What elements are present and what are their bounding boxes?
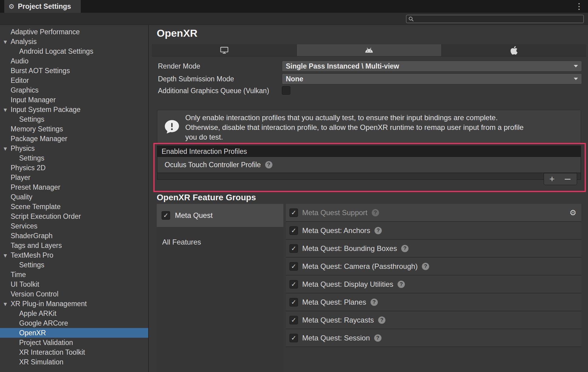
sidebar-item-version-control[interactable]: Version Control [0,289,148,299]
remove-profile-button[interactable]: − [564,174,571,184]
foldout-triangle-icon[interactable]: ▼ [4,144,7,154]
sidebar-item-shadergraph[interactable]: ShaderGraph [0,231,148,241]
feature-label: Meta Quest: Anchors [302,226,370,235]
sidebar-item-label: Settings [19,153,44,163]
sidebar-item-package-manager[interactable]: Package Manager [0,134,148,144]
sidebar-item-input-manager[interactable]: Input Manager [0,95,148,105]
sidebar-list: Adaptive Performance▼AnalysisAndroid Log… [0,25,148,372]
render-mode-value: Single Pass Instanced \ Multi-view [286,62,399,70]
sidebar-item-graphics[interactable]: Graphics [0,85,148,95]
project-settings-window: ⚙ Project Settings ⋮ Adaptive Performanc… [0,0,588,372]
feature-checkbox[interactable] [289,334,298,342]
sidebar-item-label: XR Interaction Toolkit [19,347,85,357]
platform-tab-standalone[interactable] [152,44,297,56]
sidebar-item-analysis[interactable]: ▼Analysis [0,37,148,46]
sidebar-item-textmesh-pro[interactable]: ▼TextMesh Pro [0,250,148,260]
sidebar-item-script-execution-order[interactable]: Script Execution Order [0,211,148,221]
interaction-profiles-list-bottom [157,173,581,180]
sidebar-item-settings[interactable]: Settings [0,153,148,163]
sidebar-item-time[interactable]: Time [0,270,148,279]
info-icon [163,119,180,136]
sidebar-item-google-arcore[interactable]: Google ARCore [0,318,148,328]
graphics-queue-label: Additional Graphics Queue (Vulkan) [158,86,269,96]
render-mode-dropdown[interactable]: Single Pass Instanced \ Multi-view [282,61,582,72]
sidebar-item-memory-settings[interactable]: Memory Settings [0,124,148,134]
feature-row-meta-quest-camera-passthrough: Meta Quest: Camera (Passthrough) [286,258,581,276]
sidebar-item-xr-simulation[interactable]: XR Simulation [0,357,148,367]
interaction-profile-row[interactable]: Oculus Touch Controller Profile [157,157,581,173]
sidebar-item-physics-2d[interactable]: Physics 2D [0,163,148,173]
kebab-menu-icon[interactable]: ⋮ [575,1,583,12]
sidebar-item-input-system-package[interactable]: ▼Input System Package [0,105,148,114]
help-icon[interactable] [371,299,378,306]
foldout-triangle-icon[interactable]: ▼ [4,299,7,309]
sidebar-item-adaptive-performance[interactable]: Adaptive Performance [0,27,148,37]
help-icon[interactable] [372,209,379,216]
feature-checkbox[interactable] [289,262,298,271]
sidebar-item-ui-toolkit[interactable]: UI Toolkit [0,279,148,289]
sidebar-item-preset-manager[interactable]: Preset Manager [0,182,148,192]
help-icon[interactable] [374,227,382,234]
dropdown-arrow-icon [574,65,578,67]
sidebar-item-scene-template[interactable]: Scene Template [0,202,148,211]
gear-icon: ⚙ [9,3,15,10]
help-icon[interactable] [398,281,405,288]
foldout-triangle-icon[interactable]: ▼ [4,105,7,115]
feature-row-meta-quest-raycasts: Meta Quest: Raycasts [286,311,581,329]
sidebar-item-project-validation[interactable]: Project Validation [0,338,148,347]
sidebar-item-label: Memory Settings [11,124,63,134]
foldout-triangle-icon[interactable]: ▼ [4,37,7,47]
sidebar-item-quality[interactable]: Quality [0,192,148,202]
sidebar-item-xr-plug-in-management[interactable]: ▼XR Plug-in Management [0,299,148,309]
sidebar-item-label: Graphics [11,85,39,95]
sidebar-item-audio[interactable]: Audio [0,56,148,66]
page-title: OpenXR [157,27,197,39]
feature-checkbox[interactable] [289,226,298,235]
sidebar-item-tags-and-layers[interactable]: Tags and Layers [0,241,148,250]
feature-list: Meta Quest Support⚙Meta Quest: AnchorsMe… [286,204,581,347]
search-input[interactable] [414,15,583,23]
sidebar-item-services[interactable]: Services [0,221,148,231]
help-icon[interactable] [401,245,409,252]
feature-checkbox[interactable] [289,298,298,306]
sidebar-item-label: UI Toolkit [11,279,39,289]
sidebar-item-label: Editor [11,76,29,85]
feature-group-meta-quest[interactable]: Meta Quest [157,204,283,227]
sidebar-item-settings[interactable]: Settings [0,114,148,124]
feature-group-label: Meta Quest [175,211,213,220]
sidebar-item-burst-aot-settings[interactable]: Burst AOT Settings [0,66,148,76]
project-settings-tab[interactable]: ⚙ Project Settings [4,0,81,13]
help-icon[interactable] [374,334,381,342]
all-features-item[interactable]: All Features [157,236,283,248]
feature-checkbox[interactable] [289,280,298,289]
render-mode-label: Render Mode [158,61,200,72]
feature-checkbox[interactable] [289,244,298,253]
feature-checkbox[interactable] [289,208,298,217]
help-icon[interactable] [378,316,385,324]
platform-tab-android[interactable] [297,44,442,56]
toolbar [0,13,588,25]
platform-tab-ios[interactable] [442,44,586,56]
feature-label: Meta Quest: Raycasts [302,316,374,324]
depth-submission-dropdown[interactable]: None [282,73,582,84]
sidebar-item-label: Tags and Layers [11,241,62,250]
help-icon[interactable] [422,263,429,270]
sidebar-item-apple-arkit[interactable]: Apple ARKit [0,309,148,318]
feature-checkbox[interactable] [289,316,298,324]
feature-group-checkbox[interactable] [162,211,170,220]
sidebar-item-player[interactable]: Player [0,173,148,182]
search-box[interactable] [406,15,584,23]
help-icon[interactable] [265,161,272,168]
sidebar-item-physics[interactable]: ▼Physics [0,144,148,153]
graphics-queue-checkbox[interactable] [282,86,290,95]
sidebar-item-openxr[interactable]: OpenXR [0,328,148,338]
sidebar-item-settings[interactable]: Settings [0,260,148,270]
foldout-triangle-icon[interactable]: ▼ [4,251,7,260]
sidebar-item-editor[interactable]: Editor [0,76,148,85]
sidebar-item-xr-interaction-toolkit[interactable]: XR Interaction Toolkit [0,347,148,357]
add-profile-button[interactable]: + [549,174,555,184]
sidebar-item-label: Apple ARKit [19,309,56,318]
settings-gear-icon[interactable]: ⚙ [569,208,576,217]
sidebar-item-android-logcat-settings[interactable]: Android Logcat Settings [0,46,148,56]
feature-row-meta-quest-session: Meta Quest: Session [286,329,581,347]
